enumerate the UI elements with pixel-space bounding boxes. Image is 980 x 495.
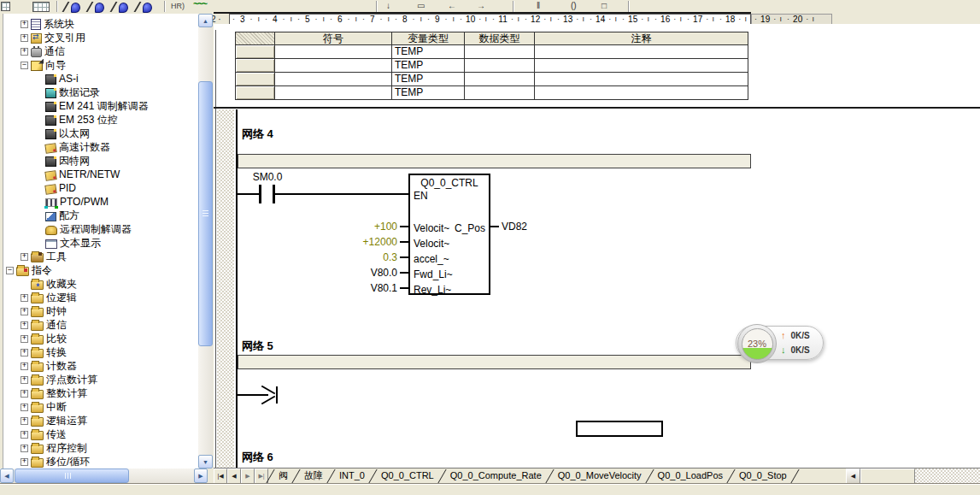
expander-icon[interactable]: − (21, 62, 28, 69)
data-type-cell[interactable] (465, 73, 535, 86)
tree-item[interactable]: AS-i (3, 72, 198, 85)
data-type-cell[interactable] (465, 86, 535, 100)
tree-item[interactable]: +时钟 (3, 304, 198, 318)
scroll-down-icon[interactable]: ▼ (198, 455, 213, 468)
contact-operand[interactable]: SM0.0 (244, 171, 290, 183)
symbol-cell[interactable] (275, 73, 392, 86)
tree-item[interactable]: 收藏夹 (3, 277, 198, 291)
program-editor[interactable]: 符号变量类型数据类型注释TEMPTEMPTEMPTEMP 网络 4 SM0.0 … (214, 24, 980, 468)
tree-item[interactable]: PID (3, 181, 198, 195)
tree-item[interactable]: 以太网 (3, 127, 198, 140)
tree-item[interactable]: +移位/循环 (3, 455, 198, 468)
tree-vertical-scrollbar[interactable]: ▲ ▼ (198, 14, 213, 468)
expander-icon[interactable]: + (21, 48, 28, 56)
empty-selection-box[interactable] (576, 421, 663, 437)
progress-circle[interactable]: 23% (737, 324, 777, 363)
expander-icon[interactable]: + (21, 404, 28, 411)
expander-icon[interactable]: + (21, 362, 28, 370)
tree-item[interactable]: 高速计数器 (3, 140, 198, 154)
tree-item[interactable]: +工具 (3, 250, 198, 263)
tree-item[interactable]: +系统块 (3, 17, 198, 31)
scroll-up-icon[interactable]: ▲ (198, 14, 213, 27)
comment-cell[interactable] (535, 45, 748, 59)
ladder-contact-icon[interactable] (135, 2, 156, 12)
tab-scrollbar-track[interactable] (915, 468, 980, 484)
tree-item[interactable]: +比较 (3, 332, 198, 345)
tree-item[interactable]: +计数器 (3, 359, 198, 373)
var-type-cell[interactable]: TEMP (392, 86, 465, 100)
tree-item[interactable]: +交叉引用 (3, 31, 198, 44)
network4-comment[interactable] (238, 154, 751, 168)
tree-item[interactable]: +位逻辑 (3, 291, 198, 304)
tree-item[interactable]: +浮点数计算 (3, 373, 198, 386)
pou-tab[interactable]: Q0_0_MoveVelocity (550, 468, 649, 484)
input-operand[interactable]: V80.1 (314, 282, 397, 294)
pou-tab[interactable]: Q0_0_CTRL (373, 468, 442, 484)
download-speed-widget[interactable]: 23% ↑ 0K/S ↓ 0K/S (736, 326, 824, 360)
expander-icon[interactable]: + (21, 21, 28, 28)
insert-coil-icon[interactable]: () (571, 1, 577, 10)
tab-scroll-left-icon[interactable]: ◀ (846, 468, 860, 484)
symbol-cell[interactable] (275, 86, 392, 100)
tree-item[interactable]: EM 253 位控 (3, 113, 198, 127)
row-selector[interactable] (236, 45, 275, 59)
next-tab-button[interactable]: ▶ (241, 468, 255, 484)
tree-item[interactable]: 配方 (3, 209, 198, 222)
input-operand[interactable]: +12000 (314, 236, 397, 248)
expander-icon[interactable]: + (21, 376, 28, 384)
line-left-icon[interactable]: ← (448, 1, 456, 10)
tree-item[interactable]: −向导 (3, 58, 198, 72)
pou-tab[interactable]: INT_0 (332, 468, 373, 484)
tree-item[interactable]: PTO/PWM (3, 195, 198, 209)
tree-item[interactable]: NETR/NETW (3, 168, 198, 181)
input-operand[interactable]: 0.3 (314, 251, 397, 263)
wave-icon[interactable]: ~~~ (193, 0, 206, 10)
prev-tab-button[interactable]: ◀ (227, 468, 241, 484)
input-operand[interactable]: +100 (314, 221, 397, 233)
expander-icon[interactable]: − (6, 267, 14, 274)
insert-contact-icon[interactable]: ‖ (537, 1, 540, 10)
expander-icon[interactable]: + (21, 34, 28, 42)
hr-addressing-icon[interactable]: HR) (171, 2, 185, 10)
expander-icon[interactable]: + (21, 308, 28, 315)
data-type-cell[interactable] (465, 45, 535, 59)
output-operand[interactable]: VD82 (502, 221, 527, 233)
pou-tab[interactable]: Q0_0_Compute_Rate (443, 468, 549, 484)
tree-item[interactable]: +整数计算 (3, 386, 198, 400)
tree-item[interactable]: +逻辑运算 (3, 414, 198, 427)
var-type-cell[interactable]: TEMP (392, 73, 465, 86)
comment-cell[interactable] (535, 59, 748, 73)
input-operand[interactable]: V80.0 (314, 267, 397, 279)
q0-0-ctrl-block[interactable]: Q0_0_CTRL EN C_Pos Velocit~Velocit~accel… (408, 174, 490, 295)
row-selector[interactable] (236, 59, 275, 73)
scrollbar-thumb[interactable] (15, 468, 129, 483)
row-selector[interactable] (236, 86, 275, 100)
tree-item[interactable]: +传送 (3, 427, 198, 441)
first-tab-button[interactable]: |◀ (214, 468, 227, 484)
network5-comment[interactable] (238, 355, 751, 369)
comment-cell[interactable] (535, 73, 748, 86)
expander-icon[interactable]: + (21, 294, 28, 302)
pou-tab[interactable]: 故障 (296, 468, 331, 484)
row-selector[interactable] (236, 73, 275, 86)
data-type-cell[interactable] (465, 59, 535, 73)
symbol-cell[interactable] (275, 45, 392, 59)
tree-item[interactable]: 数据记录 (3, 85, 198, 99)
expander-icon[interactable]: + (21, 253, 28, 261)
var-type-cell[interactable]: TEMP (392, 59, 465, 73)
grid-small-icon[interactable] (1, 2, 10, 11)
expander-icon[interactable]: + (21, 445, 28, 452)
tree-item[interactable]: +中断 (3, 400, 198, 414)
line-down-icon[interactable]: ↓ (386, 1, 390, 10)
expander-icon[interactable]: + (21, 321, 28, 329)
tree-item[interactable]: 因特网 (3, 154, 198, 168)
ladder-contact-icon[interactable] (111, 2, 132, 12)
symbol-cell[interactable] (275, 59, 392, 73)
tab-scrollbar-thumb[interactable] (860, 468, 915, 484)
insert-box-icon[interactable]: □ (601, 1, 607, 10)
var-type-cell[interactable]: TEMP (392, 45, 465, 59)
line-right-icon[interactable]: → (477, 1, 485, 10)
expander-icon[interactable]: + (21, 458, 28, 466)
tree-item[interactable]: +通信 (3, 318, 198, 332)
expander-icon[interactable]: + (21, 431, 28, 439)
